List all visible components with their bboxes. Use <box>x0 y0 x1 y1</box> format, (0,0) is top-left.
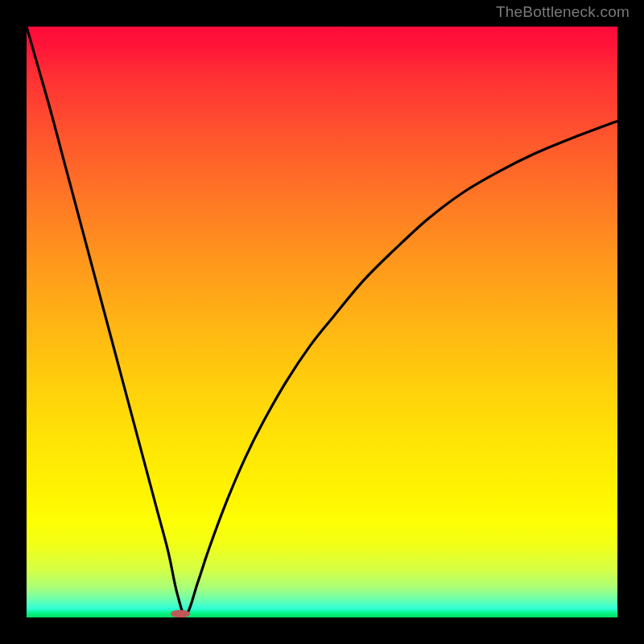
chart-frame: TheBottleneck.com <box>0 0 644 644</box>
optimal-point-marker <box>171 610 189 617</box>
plot-area <box>27 27 617 617</box>
bottleneck-curve <box>27 27 617 617</box>
watermark-text: TheBottleneck.com <box>496 3 630 21</box>
